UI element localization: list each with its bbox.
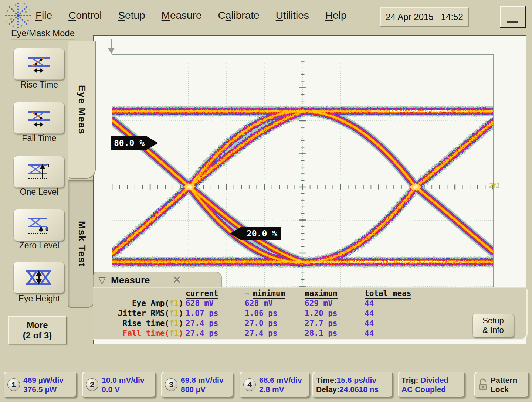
cell-value: 44 xyxy=(365,309,453,318)
svg-text:1: 1 xyxy=(47,163,50,168)
svg-text:0: 0 xyxy=(45,226,48,232)
cell-value: 27.0 ps xyxy=(245,318,305,328)
cell-value: 27.4 ps xyxy=(245,328,305,338)
zero-level-label: Zero Level xyxy=(0,241,78,251)
trigger-button[interactable]: Trig: Divided AC Coupled xyxy=(398,372,465,398)
cell-value: 28.1 ps xyxy=(305,328,365,338)
triangle-down-icon[interactable]: ▽ xyxy=(98,275,106,285)
fall-time-icon xyxy=(26,108,51,127)
minimize-icon xyxy=(507,21,518,23)
zero-level-icon: 0 xyxy=(26,215,51,235)
one-level-label: One Level xyxy=(0,187,78,197)
column-header-minimum: →minimum xyxy=(245,289,305,299)
one-level-icon: 1 xyxy=(26,162,51,181)
menu-setup[interactable]: Setup xyxy=(118,10,145,21)
measure-panel-body: current →minimum maximum total meas Eye … xyxy=(93,287,526,339)
mode-label: Eye/Mask Mode xyxy=(11,28,75,40)
trace-tag: 2f1 xyxy=(489,181,500,190)
menu-calibrate[interactable]: Calibrate xyxy=(218,10,260,21)
timebase-button[interactable]: Time:15.6 ps/div Delay:24.0618 ns xyxy=(312,372,393,398)
channel-2-badge: 2 xyxy=(86,378,98,391)
menubar: File Control Setup Measure Calibrate Uti… xyxy=(35,10,346,21)
measure-panel-tab[interactable]: ▽ Measure ✕ xyxy=(93,272,222,288)
row-label-eye-amp: Eye Amp(f1) xyxy=(95,299,186,309)
menu-help[interactable]: Help xyxy=(325,10,347,21)
row-label-jitter-rms: Jitter RMS(f1) xyxy=(95,309,186,318)
column-header-current: current xyxy=(186,289,245,299)
column-header-total-meas: total meas xyxy=(365,289,453,299)
channel-2-button[interactable]: 2 10.0 mV/div0.0 V xyxy=(82,372,156,398)
cell-value: 1.07 ps xyxy=(186,309,245,318)
scope-window: File Control Setup Measure Calibrate Uti… xyxy=(0,0,532,402)
cell-value: 1.06 ps xyxy=(245,309,305,318)
cell-value: 44 xyxy=(365,328,453,338)
channel-3-badge: 3 xyxy=(165,378,177,391)
fall-time-button[interactable] xyxy=(13,102,64,134)
channel-4-button[interactable]: 4 68.6 mV/div2.8 mV xyxy=(240,372,310,398)
cell-value: 1.20 ps xyxy=(305,309,365,318)
measure-panel-title: Measure xyxy=(111,275,150,286)
rise-time-icon xyxy=(26,54,51,74)
spark-logo xyxy=(2,1,34,30)
cell-value: 628 mV xyxy=(245,299,305,309)
cell-value: 44 xyxy=(365,318,453,328)
minimum-marker-icon: → xyxy=(245,289,250,298)
eye-height-icon xyxy=(26,269,52,286)
rise-time-label: Rise Time xyxy=(0,80,78,90)
column-header-maximum: maximum xyxy=(305,289,365,299)
zero-level-button[interactable]: 0 xyxy=(13,209,64,241)
rise-time-button[interactable] xyxy=(13,48,64,80)
channel-3-button[interactable]: 3 69.8 mV/div800 µV xyxy=(161,372,234,398)
setup-info-button[interactable]: Setup & Info xyxy=(472,314,514,337)
cell-value: 27.7 ps xyxy=(305,318,365,328)
channel-4-badge: 4 xyxy=(243,378,256,391)
fall-time-label: Fall Time xyxy=(0,133,78,143)
menu-control[interactable]: Control xyxy=(68,10,102,21)
channel-1-badge: 1 xyxy=(7,378,20,391)
lock-icon xyxy=(478,378,488,391)
measure-panel: ▽ Measure ✕ current →minimum maximum tot… xyxy=(93,272,526,339)
cell-value: 629 mV xyxy=(305,299,365,309)
minimize-button[interactable] xyxy=(500,6,526,28)
cell-value: 628 mV xyxy=(186,299,245,309)
menu-measure[interactable]: Measure xyxy=(162,10,202,21)
row-label-rise-time: Rise time(f1) xyxy=(95,318,186,328)
cell-value: 27.4 ps xyxy=(186,318,245,328)
close-icon[interactable]: ✕ xyxy=(173,274,182,286)
tab-eye-meas[interactable]: Eye Meas xyxy=(68,41,96,179)
cell-value: 44 xyxy=(365,299,453,309)
menu-utilities[interactable]: Utilities xyxy=(276,10,309,21)
more-button[interactable]: More (2 of 3) xyxy=(8,316,67,344)
row-label-fall-time: Fall time(f1) xyxy=(95,328,186,338)
cell-value: 27.4 ps xyxy=(186,328,245,338)
tab-msk-test[interactable]: Msk Test xyxy=(68,180,96,308)
measure-table: current →minimum maximum total meas Eye … xyxy=(95,289,453,338)
down-arrow-icon[interactable] xyxy=(107,38,115,55)
menu-file[interactable]: File xyxy=(35,10,52,21)
channel-1-button[interactable]: 1 469 µW/div376.5 µW xyxy=(4,372,77,398)
eye-height-label: Eye Height xyxy=(0,294,78,304)
one-level-button[interactable]: 1 xyxy=(13,156,64,188)
eye-height-button[interactable] xyxy=(13,262,64,293)
datetime-display: 24 Apr 2015 14:52 xyxy=(380,7,469,27)
pattern-lock-button[interactable]: Pattern Lock xyxy=(474,372,529,398)
